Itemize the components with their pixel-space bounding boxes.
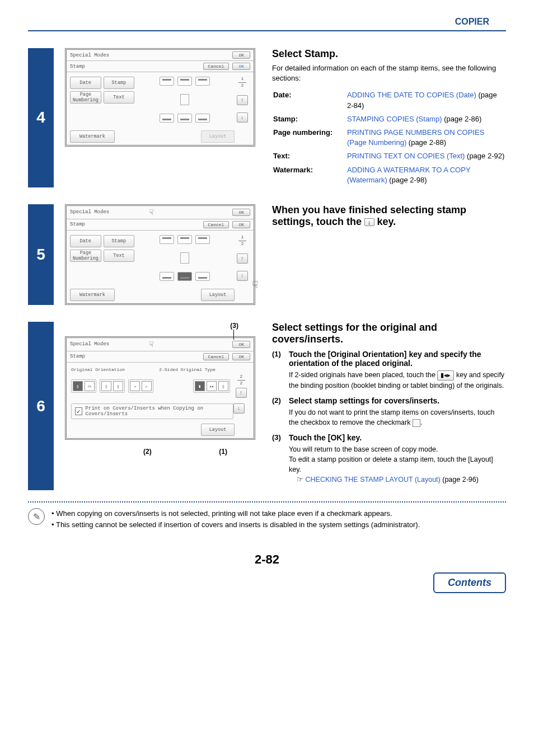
hand-icon: ☟ [149, 340, 153, 349]
panel-title: Special Modes [70, 341, 149, 347]
ok-button[interactable]: OK [232, 353, 250, 360]
twosided-type-group[interactable]: ▮◂▸▯ [193, 379, 230, 393]
step-5-panel-area: Special Modes ☟ OK Stamp Cancel OK Date … [54, 204, 266, 305]
panel-subtitle: Stamp [70, 222, 203, 227]
hand-icon: ☟ [149, 208, 153, 217]
link-date[interactable]: ADDING THE DATE TO COPIES (Date) [347, 91, 476, 99]
link-text[interactable]: PRINTING TEXT ON COPIES (Text) [347, 152, 465, 160]
layout-button[interactable]: Layout [201, 289, 235, 301]
empty-checkbox-icon [413, 419, 420, 427]
note-2: • This setting cannot be selected if ins… [51, 519, 506, 530]
note-1: • When copying on covers/inserts is not … [51, 508, 506, 519]
sub-2-text: If you do not want to print the stamp it… [289, 407, 506, 428]
doc-header: COPIER [28, 17, 506, 31]
date-button[interactable]: Date [70, 77, 101, 89]
scroll-up-button[interactable]: ↑ [237, 253, 248, 264]
scroll-down-button[interactable]: ↓ [237, 271, 248, 281]
watermark-button[interactable]: Watermark [70, 289, 115, 301]
page-number: 2-82 [28, 552, 506, 567]
panel-title: Special Modes [70, 209, 149, 215]
stamp-panel: Special Modes ☟ OK Stamp Cancel OK Date … [65, 204, 255, 305]
link-layout[interactable]: CHECKING THE STAMP LAYOUT (Layout) [305, 476, 440, 483]
layout-button[interactable]: Layout [201, 424, 235, 436]
cancel-button[interactable]: Cancel [203, 63, 229, 70]
pencil-note-icon: ✎ [28, 508, 48, 530]
text-button[interactable]: Text [104, 250, 134, 262]
step-number: 4 [28, 48, 54, 187]
stamp-def-table: Date:ADDING THE DATE TO COPIES (Date) (p… [272, 88, 506, 187]
step-4: 4 Special Modes OK Stamp Cancel OK Date … [28, 48, 506, 187]
stamp-button[interactable]: Stamp [104, 77, 135, 89]
step-5-title: When you have finished selecting stamp s… [272, 204, 506, 228]
checkbox-icon[interactable]: ✓ [75, 407, 82, 415]
step-6-title: Select settings for the original and cov… [272, 322, 506, 345]
orientation-landscape-group[interactable]: ▯▯ [100, 379, 125, 393]
step-4-desc: For detailed information on each of the … [272, 63, 506, 83]
callout-3: (3) [230, 322, 238, 330]
step-number: 6 [28, 322, 54, 491]
cancel-button[interactable]: Cancel [203, 353, 229, 360]
sub-1-num: (1) [272, 350, 289, 391]
ok-button[interactable]: OK [232, 341, 250, 348]
sub-3-head: Touch the [OK] key. [289, 433, 506, 442]
page-numbering-button[interactable]: Page Numbering [70, 91, 101, 104]
step-number: 5 [28, 204, 54, 305]
sub-3-text: You will return to the base screen of co… [289, 444, 506, 485]
callout-2: (2) [143, 448, 152, 456]
notes-separator [28, 501, 506, 503]
stamp-panel: Special Modes OK Stamp Cancel OK Date St… [65, 48, 255, 147]
ok-button[interactable]: OK [232, 63, 250, 70]
ok-button[interactable]: OK [232, 221, 250, 228]
scroll-down-button[interactable]: ↓ [237, 112, 248, 123]
orientation-portrait-group[interactable]: ▯▭ [71, 379, 96, 393]
notes-block: ✎ • When copying on covers/inserts is no… [28, 508, 506, 530]
layout-button[interactable]: Layout [201, 130, 235, 143]
print-covers-checkbox-row[interactable]: ✓ Print on Covers/Inserts when Copying o… [71, 403, 233, 419]
panel-subtitle: Stamp [70, 64, 203, 69]
contents-button[interactable]: Contents [433, 572, 506, 593]
sub-1-head: Touch the [Original Orientation] key and… [289, 350, 506, 368]
orient-label: Original Orientation [71, 367, 125, 372]
panel-title: Special Modes [70, 53, 232, 58]
book-binding-key-icon: ▮◂▸ [437, 370, 454, 381]
page-total: 2 [241, 83, 244, 88]
callout-1: (1) [219, 448, 227, 456]
panel-subtitle: Stamp [70, 354, 203, 359]
sub-3-num: (3) [272, 433, 289, 485]
date-button[interactable]: Date [70, 235, 101, 247]
step-6: 6 (3) Special Modes ☟ OK Stamp Cancel OK… [28, 322, 506, 491]
cancel-button[interactable]: Cancel [203, 221, 229, 228]
page-current: 1 [241, 76, 244, 81]
orientation-rotate-group[interactable]: ◃▹ [128, 379, 153, 393]
scroll-up-button[interactable]: ↑ [237, 95, 248, 105]
down-arrow-key-icon: ↓ [364, 218, 374, 226]
sub-2-num: (2) [272, 396, 289, 428]
scroll-down-button[interactable]: ↓ [233, 403, 245, 414]
ok-button[interactable]: OK [232, 209, 250, 216]
text-button[interactable]: Text [104, 91, 134, 104]
stamp-button[interactable]: Stamp [104, 235, 135, 247]
sub-2-head: Select stamp settings for covers/inserts… [289, 396, 506, 405]
ok-button[interactable]: OK [232, 51, 250, 59]
stamp-panel-2: Special Modes ☟ OK Stamp Cancel OK Origi… [65, 336, 255, 440]
link-stamp[interactable]: STAMPING COPIES (Stamp) [347, 115, 442, 123]
twosided-label: 2-Sided Original Type [159, 367, 216, 372]
step-4-title: Select Stamp. [272, 48, 506, 60]
watermark-button[interactable]: Watermark [70, 130, 115, 143]
page-numbering-button[interactable]: Page Numbering [70, 250, 101, 262]
sub-1-text: If 2-sided originals have been placed, t… [289, 370, 506, 391]
step-5: 5 Special Modes ☟ OK Stamp Cancel OK Dat… [28, 204, 506, 305]
checkbox-label: Print on Covers/Inserts when Copying on … [86, 406, 229, 417]
step-6-panel-area: (3) Special Modes ☟ OK Stamp Cancel OK O… [54, 322, 266, 491]
step-4-panel-area: Special Modes OK Stamp Cancel OK Date St… [54, 48, 266, 187]
scroll-up-button[interactable]: ↑ [236, 388, 247, 398]
